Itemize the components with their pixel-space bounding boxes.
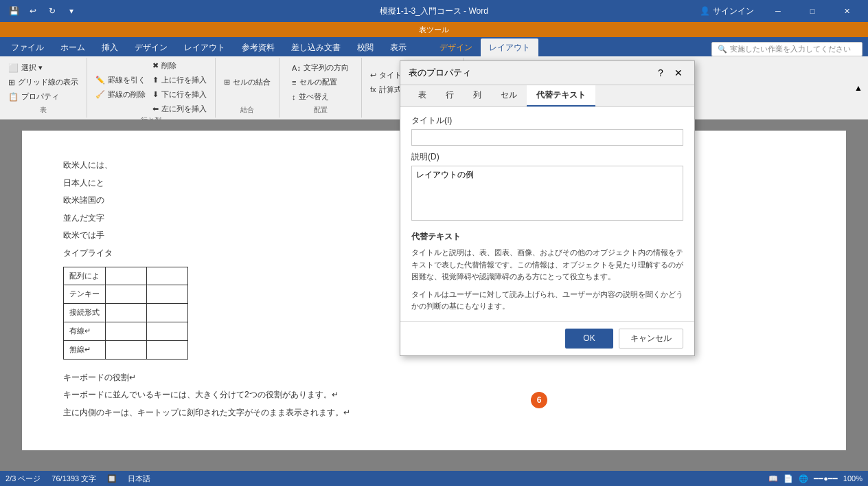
dialog-title-actions: ? ✕ bbox=[653, 65, 686, 80]
rows-buttons-col2: ✖ 削除 ⬆ 上に行を挿入 ⬇ 下に行を挿入 ⬅ 左に列を挿入 bbox=[150, 59, 209, 115]
insert-left-icon: ⬅ bbox=[152, 104, 159, 113]
ribbon-group-align: A↕ 文字列の方向 ≡ セルの配置 ↕ 並べ替え 配置 bbox=[279, 58, 362, 118]
tab-layout[interactable]: レイアウト bbox=[176, 38, 233, 56]
cell-align-icon: ≡ bbox=[292, 78, 296, 87]
delete-icon: ✖ bbox=[152, 61, 159, 70]
undo-quick-btn[interactable]: ↩ bbox=[25, 3, 41, 19]
sign-in-icon: 👤 bbox=[700, 6, 710, 16]
quick-access: 💾 ↩ ↻ ▾ bbox=[5, 3, 80, 19]
dialog-help-btn[interactable]: ? bbox=[653, 65, 668, 80]
text-direction-btn[interactable]: A↕ 文字列の方向 bbox=[289, 61, 352, 74]
title-field-label: タイトル(I) bbox=[411, 115, 683, 126]
tab-mailings[interactable]: 差し込み文書 bbox=[283, 38, 349, 56]
align-group-label: 配置 bbox=[314, 105, 328, 116]
desc-field-label: 説明(D) bbox=[411, 151, 683, 163]
tab-table-design[interactable]: デザイン bbox=[431, 38, 481, 56]
table-cell: 接続形式 bbox=[64, 304, 106, 322]
tab-table-layout[interactable]: レイアウト bbox=[481, 38, 538, 56]
select-btn[interactable]: ⬜ 選択 ▾ bbox=[5, 61, 81, 74]
read-mode-btn[interactable]: 📖 bbox=[768, 474, 778, 483]
table-cell bbox=[106, 285, 147, 304]
ribbon-group-table: ⬜ 選択 ▾ ⊞ グリッド線の表示 📋 プロパティ 表 bbox=[0, 58, 87, 118]
draw-border-btn[interactable]: ✏️ 罫線を引く bbox=[93, 74, 148, 87]
title-input[interactable] bbox=[411, 129, 683, 146]
ribbon-group-rows: ✏️ 罫線を引く 🧹 罫線の削除 ✖ 削除 ⬆ 上に行を挿入 ⬇ bbox=[87, 58, 216, 118]
table-cell bbox=[147, 285, 188, 304]
alt-text-title: 代替テキスト bbox=[411, 231, 683, 243]
web-layout-btn[interactable]: 🌐 bbox=[799, 474, 808, 483]
lang-indicator: 🔲 bbox=[107, 474, 117, 483]
close-btn[interactable]: ✕ bbox=[831, 0, 863, 22]
sign-in-button[interactable]: 👤 サインイン bbox=[694, 5, 760, 17]
redo-quick-btn[interactable]: ↻ bbox=[44, 3, 60, 19]
zoom-slider[interactable]: ━━●━━ bbox=[814, 474, 838, 483]
collapse-ribbon-btn[interactable]: ▲ bbox=[854, 58, 868, 118]
dialog-tab-row[interactable]: 行 bbox=[436, 85, 464, 107]
table-row: 接続形式 bbox=[64, 304, 188, 322]
tab-file[interactable]: ファイル bbox=[3, 38, 52, 56]
alt-text-desc2: タイトルはユーザーに対して読み上げられ、ユーザーが内容の説明を聞くかどうかの判断… bbox=[411, 289, 683, 313]
tab-insert[interactable]: 挿入 bbox=[93, 38, 126, 56]
sort-btn[interactable]: ↕ 並べ替え bbox=[289, 90, 352, 103]
tell-me-input[interactable]: 🔍 実施したい作業を入力してください bbox=[711, 42, 863, 56]
merge-group-label: 結合 bbox=[240, 105, 254, 116]
merge-cells-btn[interactable]: ⊞ セルの結合 bbox=[221, 76, 273, 89]
cell-align-btn[interactable]: ≡ セルの配置 bbox=[289, 76, 352, 89]
grid-lines-btn[interactable]: ⊞ グリッド線の表示 bbox=[5, 76, 81, 89]
zoom-level: 100% bbox=[843, 474, 863, 483]
erase-icon: 🧹 bbox=[95, 90, 105, 99]
rows-buttons-col1: ✏️ 罫線を引く 🧹 罫線の削除 bbox=[93, 74, 148, 101]
ok-button[interactable]: OK bbox=[565, 329, 613, 349]
status-bar: 2/3 ページ 76/1393 文字 🔲 日本語 📖 📄 🌐 ━━●━━ 100… bbox=[0, 471, 868, 486]
repeat-icon: ↩ bbox=[370, 71, 376, 80]
dialog-tab-col[interactable]: 列 bbox=[464, 85, 491, 107]
grid-icon: ⊞ bbox=[8, 78, 15, 87]
dialog-tab-table[interactable]: 表 bbox=[409, 85, 436, 107]
maximize-btn[interactable]: □ bbox=[797, 0, 828, 22]
insert-left-btn[interactable]: ⬅ 左に列を挿入 bbox=[150, 102, 209, 115]
tab-review[interactable]: 校閲 bbox=[349, 38, 382, 56]
dialog-tab-alt[interactable]: 代替テキスト bbox=[527, 85, 595, 107]
insert-above-btn[interactable]: ⬆ 上に行を挿入 bbox=[150, 74, 209, 87]
dialog-tab-cell[interactable]: セル bbox=[491, 85, 527, 107]
print-layout-btn[interactable]: 📄 bbox=[784, 474, 793, 483]
save-quick-btn[interactable]: 💾 bbox=[5, 3, 22, 19]
page-count: 2/3 ページ bbox=[5, 474, 41, 484]
status-bar-right: 📖 📄 🌐 ━━●━━ 100% bbox=[768, 474, 863, 483]
customize-quick-btn[interactable]: ▾ bbox=[63, 3, 80, 19]
sort-icon: ↕ bbox=[292, 93, 296, 101]
delete-btn[interactable]: ✖ 削除 bbox=[150, 59, 209, 72]
table-cell bbox=[106, 340, 147, 359]
word-count: 76/1393 文字 bbox=[52, 474, 96, 484]
tab-design[interactable]: デザイン bbox=[126, 38, 176, 56]
table-group-label: 表 bbox=[40, 105, 47, 116]
table-cell bbox=[147, 267, 188, 285]
dialog-tabs: 表 行 列 セル 代替テキスト bbox=[400, 85, 694, 107]
lang-label: 日本語 bbox=[128, 474, 150, 484]
tab-references[interactable]: 参考資料 bbox=[233, 38, 283, 56]
properties-icon: 📋 bbox=[8, 92, 19, 102]
align-group-content: A↕ 文字列の方向 ≡ セルの配置 ↕ 並べ替え bbox=[289, 59, 352, 105]
table-properties-dialog: 表のプロパティ ? ✕ 表 行 列 セル 代替テキスト タイトル(I) 説明(D… bbox=[400, 60, 695, 356]
draw-icon: ✏️ bbox=[95, 76, 105, 85]
table-cell: 無線↵ bbox=[64, 340, 106, 359]
alt-text-section: 代替テキスト タイトルと説明は、表、図表、画像、およびその他のオブジェクト内の情… bbox=[411, 231, 683, 313]
title-bar-left: 💾 ↩ ↻ ▾ bbox=[5, 3, 80, 19]
cancel-button[interactable]: キャンセル bbox=[619, 329, 683, 349]
text-dir-icon: A↕ bbox=[292, 64, 301, 72]
tab-home[interactable]: ホーム bbox=[52, 38, 93, 56]
properties-btn[interactable]: 📋 プロパティ bbox=[5, 90, 81, 103]
table-tools-label: 表ツール bbox=[419, 25, 449, 35]
table-row: 配列によ bbox=[64, 267, 188, 285]
minimize-btn[interactable]: ─ bbox=[762, 0, 794, 22]
insert-below-icon: ⬇ bbox=[152, 90, 159, 99]
doc-body: キーボードの役割↵ キーボードに並んでいるキーには、大きく分けて2つの役割があり… bbox=[63, 371, 805, 421]
ribbon-group-merge: ⊞ セルの結合 結合 bbox=[216, 58, 279, 118]
dialog-close-btn[interactable]: ✕ bbox=[671, 65, 686, 80]
tab-view[interactable]: 表示 bbox=[382, 38, 415, 56]
erase-border-btn[interactable]: 🧹 罫線の削除 bbox=[93, 88, 148, 101]
desc-textarea[interactable]: レイアウトの例 bbox=[411, 166, 683, 221]
align-buttons: A↕ 文字列の方向 ≡ セルの配置 ↕ 並べ替え bbox=[289, 61, 352, 103]
insert-below-btn[interactable]: ⬇ 下に行を挿入 bbox=[150, 88, 209, 101]
table-cell bbox=[147, 340, 188, 359]
